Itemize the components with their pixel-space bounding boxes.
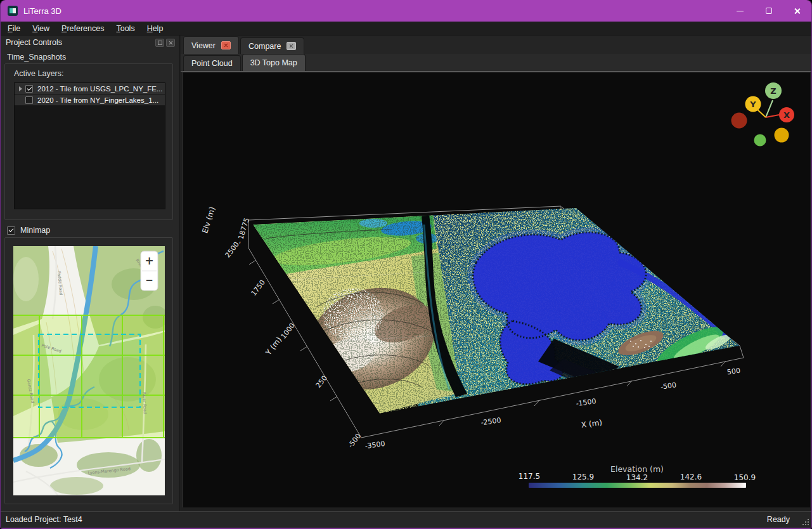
minimap-checkbox[interactable] — [7, 226, 15, 235]
close-icon — [289, 44, 293, 48]
svg-text:250: 250 — [314, 374, 329, 390]
minimap-view[interactable]: Fadde Road River Road Pote Road Gansz Ro… — [13, 246, 165, 495]
time-snapshots-group: Active Layers: 2012 - Tile from USGS_LPC… — [4, 63, 173, 220]
topo-3d-viewport[interactable]: 2500 1750 1000 250 -500 -3500 -2500 -150… — [183, 72, 810, 507]
menu-preferences[interactable]: Preferences — [56, 23, 109, 34]
panel-close-button[interactable] — [166, 39, 175, 47]
svg-text:Fadde Road: Fadde Road — [56, 271, 63, 295]
minimap-toggle-label: Minimap — [20, 226, 50, 235]
app-icon — [8, 6, 18, 16]
colorbar-gradient-bar — [529, 483, 746, 488]
zoom-out-button[interactable]: − — [145, 275, 153, 286]
minimap-toggle[interactable]: Minimap — [7, 226, 50, 235]
ready-status: Ready — [767, 515, 790, 524]
svg-text:-500: -500 — [346, 432, 363, 450]
title-bar: LiTerra 3D — [1, 0, 811, 22]
tab-compare-close-button[interactable] — [287, 42, 296, 50]
x-axis-title: X (m) — [581, 418, 603, 429]
minimize-icon — [737, 11, 744, 11]
elevation-colorbar: Elevation (m) 117.5 125.9 134.2 142.6 15… — [519, 464, 756, 488]
minimap-group: Fadde Road River Road Pote Road Gansz Ro… — [4, 237, 173, 504]
minimap-zoom-control: + − — [141, 251, 158, 291]
svg-text:142.6: 142.6 — [680, 473, 702, 481]
layer-label: 2020 - Tile from NY_FingerLakes_1... — [37, 96, 158, 104]
float-icon — [158, 41, 162, 45]
window-title: LiTerra 3D — [23, 6, 61, 16]
close-icon — [224, 43, 228, 48]
orientation-gizmo[interactable]: Z Y X — [731, 82, 795, 147]
tab-viewer[interactable]: Viewer — [183, 36, 239, 54]
gizmo-x-label: X — [783, 110, 790, 120]
project-controls-panel: Project Controls Time_Snapshots Active L… — [1, 36, 180, 511]
svg-text:+: + — [145, 254, 153, 267]
colorbar-title: Elevation (m) — [610, 464, 664, 474]
minimize-button[interactable] — [726, 0, 754, 22]
gizmo-z-label: Z — [770, 86, 776, 96]
y-axis-title: Y (m) — [264, 336, 283, 358]
zoom-in-button[interactable]: + — [145, 254, 153, 267]
layer-row-2020[interactable]: 2020 - Tile from NY_FingerLakes_1... — [15, 95, 165, 105]
tab-point-cloud[interactable]: Point Cloud — [183, 55, 241, 71]
close-button[interactable] — [783, 0, 811, 22]
gizmo-ball-neg-z[interactable] — [754, 134, 766, 147]
resize-grip[interactable] — [808, 524, 809, 525]
tab-compare[interactable]: Compare — [240, 37, 304, 54]
svg-text:500: 500 — [726, 367, 741, 377]
svg-text:-500: -500 — [660, 381, 677, 391]
layer-label: 2012 - Tile from USGS_LPC_NY_FE... — [37, 85, 163, 93]
svg-text:134.2: 134.2 — [626, 473, 648, 482]
gizmo-ball-neg-y[interactable] — [775, 128, 789, 143]
tab-3d-topo-map[interactable]: 3D Topo Map — [242, 54, 306, 71]
svg-text:-3500: -3500 — [364, 440, 385, 450]
time-snapshots-label: Time_Snapshots — [7, 53, 66, 62]
maximize-icon — [766, 8, 772, 14]
view-tab-bar: Point Cloud 3D Topo Map — [181, 54, 811, 72]
svg-text:-1500: -1500 — [576, 397, 596, 408]
tab-viewer-close-button[interactable] — [221, 41, 231, 49]
selection-rectangle[interactable] — [39, 334, 140, 407]
svg-text:−: − — [145, 275, 153, 286]
svg-text:-2500: -2500 — [480, 416, 501, 427]
minimap-svg[interactable]: Fadde Road River Road Pote Road Gansz Ro… — [13, 246, 165, 495]
menu-bar: File View Preferences Tools Help — [1, 22, 811, 36]
menu-help[interactable]: Help — [142, 23, 169, 34]
active-layers-list[interactable]: 2012 - Tile from USGS_LPC_NY_FE... 2020 … — [14, 82, 165, 209]
expand-arrow-icon[interactable] — [19, 86, 22, 91]
menu-file[interactable]: File — [3, 23, 25, 34]
status-bar: Loaded Project: Test4 Ready — [1, 511, 811, 529]
layer-2012-checkbox[interactable] — [25, 85, 33, 93]
topo-3d-scene[interactable]: 2500 1750 1000 250 -500 -3500 -2500 -150… — [183, 72, 811, 508]
active-layers-label: Active Layers: — [14, 69, 64, 78]
svg-text:1750: 1750 — [250, 278, 267, 297]
loaded-project-status: Loaded Project: Test4 — [6, 515, 82, 524]
layer-row-2012[interactable]: 2012 - Tile from USGS_LPC_NY_FE... — [15, 83, 165, 94]
z-axis-title: Elv (m) — [200, 206, 217, 234]
document-tab-bar: Viewer Compare — [181, 36, 811, 54]
menu-view[interactable]: View — [27, 23, 55, 34]
svg-text:150.9: 150.9 — [734, 473, 756, 482]
close-icon — [169, 41, 173, 45]
menu-tools[interactable]: Tools — [111, 23, 139, 34]
maximize-button[interactable] — [754, 0, 783, 22]
app-window: LiTerra 3D File View Preferences Tools H… — [0, 0, 812, 529]
svg-text:125.9: 125.9 — [572, 473, 594, 481]
panel-title: Project Controls — [6, 38, 62, 47]
gizmo-ball-neg-x[interactable] — [731, 113, 747, 129]
layer-2020-checkbox[interactable] — [25, 96, 33, 104]
gizmo-y-label: Y — [749, 100, 756, 109]
panel-float-button[interactable] — [155, 39, 164, 47]
svg-text:117.5: 117.5 — [519, 472, 540, 481]
close-icon — [794, 8, 801, 15]
